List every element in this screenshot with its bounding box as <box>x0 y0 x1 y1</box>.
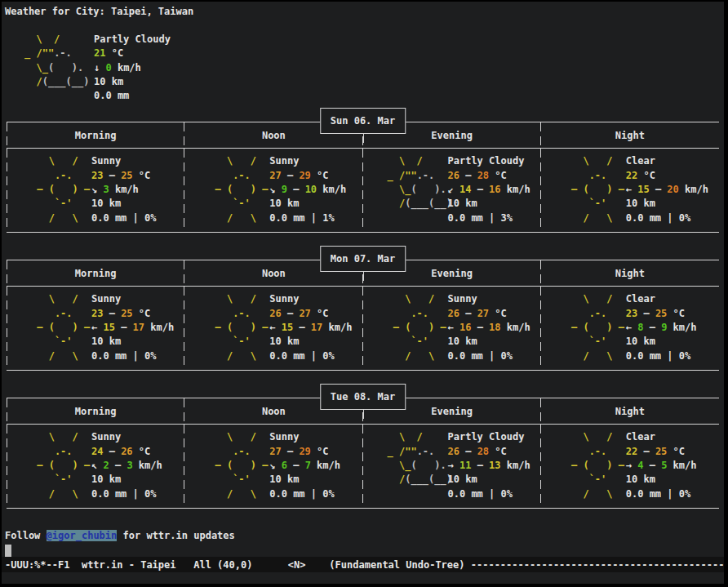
weather-cell-line: 0.0 mm | 0% <box>269 349 352 363</box>
partly-cloudy-icon: \ /_ /"".-. \_( ). /(___(__) <box>363 154 448 211</box>
weather-cell-line: Clear <box>626 430 697 444</box>
weather-cell: \ / .-. ‒ ( ) ‒ `-' / \Sunny26 – 27 °C← … <box>184 287 362 369</box>
weather-cell-line: ↖ 2 – 3 km/h <box>91 459 162 473</box>
text-segment: 25 <box>121 308 132 319</box>
weather-cell-line: Sunny <box>91 292 174 306</box>
text-segment: 10 km <box>626 474 655 485</box>
text-segment: \_ <box>388 460 411 471</box>
text-segment: 10 km <box>269 336 299 347</box>
text-segment: 20 <box>667 184 678 195</box>
text-segment: \ / <box>388 155 423 167</box>
text-segment: 0.0 mm | 3% <box>448 212 513 224</box>
weather-cell-line: 10 km <box>626 335 697 349</box>
text-segment: `-' <box>209 336 251 347</box>
weather-cell: \ / .-. ‒ ( ) ‒ `-' / \Sunny23 – 25 °C← … <box>7 287 184 369</box>
weather-cell-line: ← 15 – 17 km/h <box>91 321 174 335</box>
text-segment: `-' <box>566 474 607 485</box>
text-segment: .-. <box>566 170 607 181</box>
text-segment: Sunny <box>448 293 477 305</box>
text-segment: Clear <box>626 155 655 167</box>
weather-cell-line: 10 km <box>448 473 530 487</box>
weather-cell-line: 0.0 mm | 0% <box>448 349 530 363</box>
text-segment: 7 <box>305 460 311 471</box>
twitter-handle-link[interactable]: @igor_chubin <box>47 530 118 541</box>
weather-cell-line: → 4 – 5 km/h <box>626 459 697 473</box>
text-segment: 27 <box>299 308 310 319</box>
text-segment: / \ <box>31 488 78 500</box>
text-segment: 10 <box>305 184 317 195</box>
weather-cell-line: 26 – 28 °C <box>448 445 530 459</box>
text-segment: °C <box>133 308 151 319</box>
period-header: Morning <box>7 260 184 286</box>
text-segment: ↘ <box>91 184 103 195</box>
forecast-row: \ / .-. ‒ ( ) ‒ `-' / \Sunny23 – 25 °C← … <box>7 287 719 369</box>
text-segment: ( ). <box>48 62 83 73</box>
weather-cell-line: 0.0 mm | 1% <box>269 211 346 225</box>
text-segment: ← <box>448 322 459 333</box>
text-segment: – <box>471 322 489 333</box>
weather-cell-text: Partly Cloudy26 – 28 °C↙ 14 – 16 km/h10 … <box>448 154 530 225</box>
text-segment: – <box>287 460 305 471</box>
text-segment: 10 km <box>448 336 477 347</box>
text-segment: ← <box>626 322 637 333</box>
text-segment: °C <box>489 446 507 457</box>
text-segment: 0.0 mm <box>94 90 129 101</box>
text-segment: \ / <box>31 293 78 305</box>
text-segment: _ /"" <box>388 446 417 457</box>
text-segment: 0.0 mm | 0% <box>91 212 156 224</box>
text-segment: km/h <box>112 62 141 73</box>
wttr-buffer: Weather for City: Taipei, Taiwan \ /_ /"… <box>2 2 724 584</box>
forecast-row: \ / .-. ‒ ( ) ‒ `-' / \Sunny24 – 26 °C↖ … <box>7 425 719 507</box>
current-line: 0.0 mm <box>94 89 171 103</box>
current-conditions: \ /_ /"".-. \_( ). /(___(__) Partly Clou… <box>2 33 724 103</box>
text-segment: 0.0 mm | 0% <box>269 488 334 500</box>
weather-cell-line: 10 km <box>269 335 352 349</box>
text-segment: (___(__) <box>405 198 452 209</box>
text-segment: 25 <box>655 308 667 319</box>
text-segment: / \ <box>209 488 256 500</box>
text-segment: .-. <box>209 446 251 457</box>
weather-cell-text: Sunny27 – 29 °C↘ 9 – 10 km/h10 km0.0 mm … <box>269 154 346 225</box>
current-line: 21 °C <box>94 47 171 60</box>
text-segment: 17 <box>133 322 144 333</box>
text-segment: – <box>282 170 300 181</box>
text-segment: 10 km <box>626 336 655 347</box>
text-segment: °C <box>311 308 329 319</box>
weather-cell-line: 0.0 mm | 0% <box>448 487 530 501</box>
text-segment: – <box>471 460 489 471</box>
text-segment: Sunny <box>269 293 299 305</box>
text-segment: 10 km <box>448 474 477 485</box>
text-segment: km/h <box>133 460 162 471</box>
text-segment: km/h <box>667 322 696 333</box>
text-segment: .-. <box>54 47 72 59</box>
text-segment: / \ <box>566 212 613 224</box>
text-segment: 13 <box>489 460 500 471</box>
weather-cell-line: 23 – 25 °C <box>91 307 174 321</box>
weather-cell-text: Sunny26 – 27 °C← 16 – 18 km/h10 km0.0 mm… <box>448 292 530 362</box>
text-segment: 24 <box>91 446 103 457</box>
text-segment: `-' <box>31 198 73 209</box>
text-segment: °C <box>311 170 329 181</box>
weather-cell-line: 10 km <box>91 473 162 487</box>
text-segment: .-. <box>31 308 73 319</box>
text-segment: _ /"" <box>24 47 54 59</box>
weather-cell-text: Partly Cloudy26 – 28 °C→ 11 – 13 km/h10 … <box>448 430 530 500</box>
text-segment: / \ <box>209 212 256 224</box>
weather-cell-line: 22 – 25 °C <box>626 445 697 459</box>
date-box: Mon 07. Mar <box>320 246 406 272</box>
text-segment: 0.0 mm | 0% <box>626 212 690 224</box>
text-segment: (___(__) <box>405 474 452 485</box>
text-segment: `-' <box>566 198 607 209</box>
text-segment: 22 <box>626 170 637 181</box>
text-segment: ↘ <box>269 460 281 471</box>
sunny-icon: \ / .-. ‒ ( ) ‒ `-' / \ <box>184 292 269 362</box>
text-segment: km/h <box>667 460 696 471</box>
text-segment: `-' <box>209 474 251 485</box>
weather-cell-line: 26 – 27 °C <box>269 307 352 321</box>
text-segment: ↖ <box>91 460 103 471</box>
weather-cell-text: Sunny23 – 25 °C↘ 3 km/h10 km0.0 mm | 0% <box>91 154 156 225</box>
text-segment: / <box>24 76 42 87</box>
text-segment: 10 km <box>94 76 123 87</box>
text-segment: Sunny <box>91 155 121 167</box>
text-segment: / <box>388 198 406 209</box>
